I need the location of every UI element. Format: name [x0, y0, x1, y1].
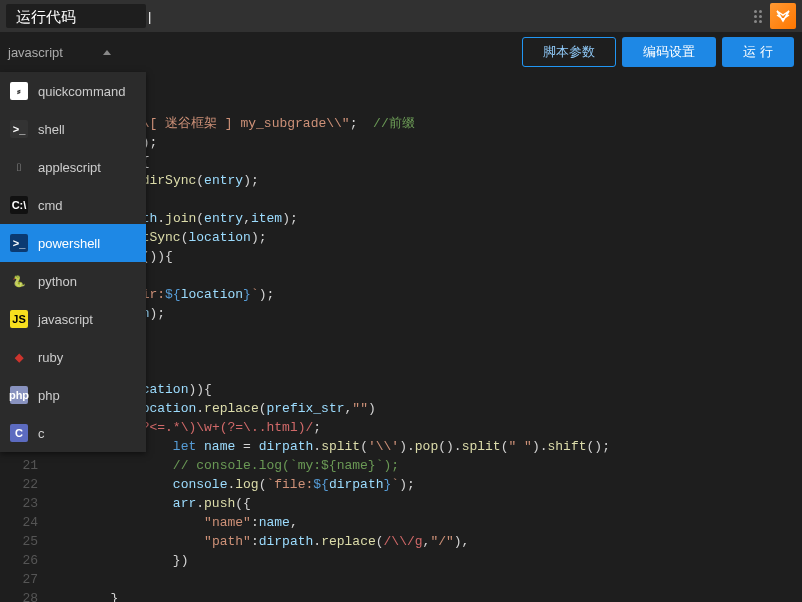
code-line: }) — [48, 551, 802, 570]
line-number: 27 — [0, 570, 38, 589]
language-option-label: cmd — [38, 198, 63, 213]
script-params-button[interactable]: 脚本参数 — [522, 37, 616, 67]
code-line: tml/.test(location)){ — [48, 380, 802, 399]
language-option-label: python — [38, 274, 77, 289]
command-input[interactable]: 运行代码 — [6, 4, 146, 28]
language-option-label: javascript — [38, 312, 93, 327]
code-line: } — [48, 589, 802, 602]
language-option-python[interactable]: 🐍python — [0, 262, 146, 300]
language-option-php[interactable]: phpphp — [0, 376, 146, 414]
line-number: 21 — [0, 456, 38, 475]
code-line: quire('path'); — [48, 133, 802, 152]
code-line — [48, 95, 802, 114]
language-option-label: quickcommand — [38, 84, 125, 99]
language-option-ruby[interactable]: ◆ruby — [0, 338, 146, 376]
code-line: arr.push({ — [48, 494, 802, 513]
powershell-icon: >_ — [10, 234, 28, 252]
code-line: let name = dirpath.split('\\').pop().spl… — [48, 437, 802, 456]
code-line: console.log(`file:${dirpath}`); — [48, 475, 802, 494]
menu-dots-icon[interactable] — [754, 10, 762, 23]
run-button[interactable]: 运 行 — [722, 37, 794, 67]
dropdown-arrow-icon — [103, 50, 111, 55]
python-icon: 🐍 — [10, 272, 28, 290]
language-select[interactable]: javascript — [8, 45, 111, 60]
line-number: 23 — [0, 494, 38, 513]
language-option-applescript[interactable]: applescript — [0, 148, 146, 186]
language-dropdown: ⸗quickcommand>_shellapplescriptC:\cmd>_… — [0, 72, 146, 452]
input-cursor: | — [148, 9, 151, 24]
line-number: 28 — [0, 589, 38, 602]
ruby-icon: ◆ — [10, 348, 28, 366]
language-option-label: ruby — [38, 350, 63, 365]
code-line: 录 — [48, 266, 802, 285]
code-line: "path":dirpath.replace(/\\/g,"/"), — [48, 532, 802, 551]
language-option-cmd[interactable]: C:\cmd — [0, 186, 146, 224]
language-option-powershell[interactable]: >_powershell — [0, 224, 146, 262]
editor-code[interactable]: e('fs') = "H:\\BOOK\\[ 迷谷框架 ] my_subgrad… — [48, 72, 802, 602]
javascript-icon: JS — [10, 310, 28, 328]
code-line: let reg = /(?<=.*\)\w+(?=\..html)/; — [48, 418, 802, 437]
content-area: ⸗quickcommand>_shellapplescriptC:\cmd>_… — [0, 72, 802, 602]
encoding-settings-button[interactable]: 编码设置 — [622, 37, 716, 67]
language-option-label: powershell — [38, 236, 100, 251]
php-icon: php — [10, 386, 28, 404]
language-option-label: applescript — [38, 160, 101, 175]
code-line: .isDirectory()){ — [48, 247, 802, 266]
code-line: dirpath = location.replace(prefix_str,""… — [48, 399, 802, 418]
code-line: 件 — [48, 342, 802, 361]
line-number: 22 — [0, 475, 38, 494]
line-number: 25 — [0, 532, 38, 551]
quickcommand-icon: ⸗ — [10, 82, 28, 100]
app-logo-icon[interactable] — [770, 3, 796, 29]
language-option-label: php — [38, 388, 60, 403]
code-line: nfo = fs.statSync(location); — [48, 228, 802, 247]
toolbar: javascript 脚本参数 编码设置 运 行 — [0, 32, 802, 72]
language-select-value: javascript — [8, 45, 63, 60]
cmd-icon: C:\ — [10, 196, 28, 214]
code-line: fo = fs.readdirSync(entry); — [48, 171, 802, 190]
code-line — [48, 570, 802, 589]
code-line: nsole.log(`dir:${location}`); — [48, 285, 802, 304]
code-line: "name":name, — [48, 513, 802, 532]
code-line: Each(item=>{ — [48, 190, 802, 209]
language-option-c[interactable]: Cc — [0, 414, 146, 452]
shell-icon: >_ — [10, 120, 28, 138]
code-line: = "H:\\BOOK\\[ 迷谷框架 ] my_subgrade\\"; //… — [48, 114, 802, 133]
language-option-shell[interactable]: >_shell — [0, 110, 146, 148]
line-number: 24 — [0, 513, 38, 532]
code-line: (entry) => { — [48, 152, 802, 171]
code-line: // console.log(`my:${name}`); — [48, 456, 802, 475]
language-option-label: c — [38, 426, 45, 441]
language-option-quickcommand[interactable]: ⸗quickcommand — [0, 72, 146, 110]
code-line: 读取html — [48, 361, 802, 380]
code-line: e('fs') — [48, 76, 802, 95]
c-icon: C — [10, 424, 28, 442]
language-option-label: shell — [38, 122, 65, 137]
code-line: ocation = path.join(entry,item); — [48, 209, 802, 228]
code-line: dDir(location); — [48, 304, 802, 323]
topbar: 运行代码 | — [0, 0, 802, 32]
code-line — [48, 323, 802, 342]
line-number: 26 — [0, 551, 38, 570]
language-option-javascript[interactable]: JSjavascript — [0, 300, 146, 338]
applescript-icon:  — [10, 158, 28, 176]
